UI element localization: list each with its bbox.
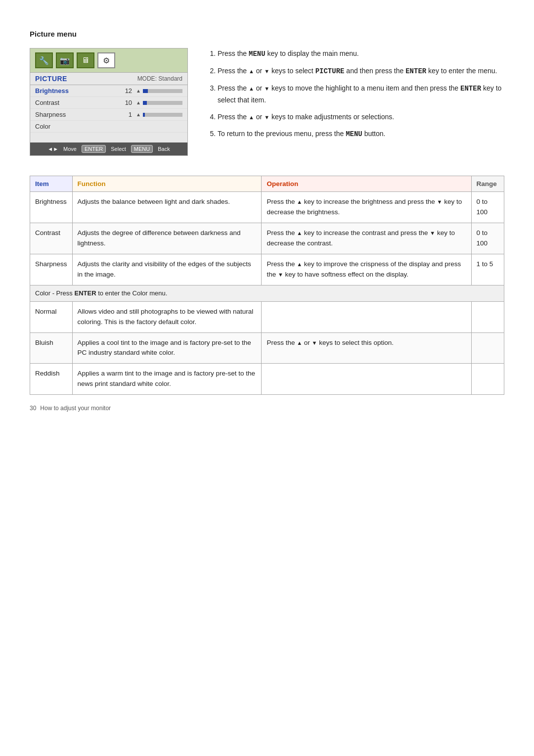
instruction-1: Press the MENU key to display the main m…	[218, 48, 504, 60]
menu-item-sharpness-name: Sharpness	[35, 111, 66, 118]
cell-bluish-item: Bluish	[30, 332, 73, 364]
cell-sharpness-item: Sharpness	[30, 254, 73, 285]
menu-item-brightness-name: Brightness	[35, 87, 69, 94]
cell-normal-range	[471, 301, 504, 332]
cell-sharpness-operation: Press the key to improve the crispness o…	[262, 254, 471, 285]
arrow-up-3	[249, 84, 254, 92]
cell-bluish-operation: Press the or keys to select this option.	[262, 332, 471, 364]
menu-item-contrast-name: Contrast	[35, 99, 59, 106]
settings-table: Item Function Operation Range Brightness…	[30, 176, 504, 395]
col-header-range: Range	[471, 176, 504, 192]
menu-screenshot: 🔧 📷 🖥 ⚙ PICTURE MODE: Standard Brightnes…	[30, 48, 188, 156]
menu-item-color-name: Color	[35, 123, 50, 130]
cell-contrast-function: Adjusts the degree of difference between…	[72, 223, 262, 254]
arrow-down-br	[437, 198, 443, 205]
table-row-sharpness: Sharpness Adjusts the clarity and visibi…	[30, 254, 504, 285]
instruction-2: Press the or keys to select PICTURE and …	[218, 65, 504, 78]
arrow-up-sh	[297, 260, 302, 268]
menu-header-mode: MODE: Standard	[137, 75, 182, 82]
menu-bar-arrow-contrast: ▲	[136, 100, 141, 105]
cell-brightness-range: 0 to 100	[471, 192, 504, 223]
menu-footer-menu-btn: MENU	[131, 145, 153, 153]
menu-item-sharpness-val: 1	[129, 111, 132, 118]
cell-bluish-function: Applies a cool tint to the image and is …	[72, 332, 262, 364]
menu-header-title: PICTURE	[35, 75, 67, 83]
table-header-row: Item Function Operation Range	[30, 176, 504, 192]
menu-footer-select-label: Select	[111, 146, 126, 152]
key-enter-2: ENTER	[405, 67, 426, 75]
cell-contrast-operation: Press the key to increase the contrast a…	[262, 223, 471, 254]
menu-row-contrast: Contrast 10 ▲	[30, 97, 187, 109]
arrow-down-bl	[312, 339, 317, 346]
col-header-item: Item	[30, 176, 73, 192]
cell-normal-item: Normal	[30, 301, 73, 332]
menu-row-color: Color	[30, 121, 187, 133]
cell-normal-operation	[262, 301, 471, 332]
instruction-5: To return to the previous menu, press th…	[218, 128, 504, 141]
menu-footer: ◄► Move ENTER Select MENU Back	[30, 142, 187, 155]
cell-contrast-range: 0 to 100	[471, 223, 504, 254]
cell-contrast-item: Contrast	[30, 223, 73, 254]
cell-bluish-range	[471, 332, 504, 364]
table-row-normal: Normal Allows video and still photograph…	[30, 301, 504, 332]
menu-icon-settings: 🔧	[35, 52, 53, 68]
arrow-down-sh	[278, 271, 283, 278]
menu-footer-back-label: Back	[158, 146, 170, 152]
arrow-up-2	[249, 67, 254, 75]
key-enter-3: ENTER	[460, 85, 481, 93]
cell-sharpness-function: Adjusts the clarity and visibility of th…	[72, 254, 262, 285]
table-row-brightness: Brightness Adjusts the balance between l…	[30, 192, 504, 223]
menu-header: PICTURE MODE: Standard	[30, 73, 187, 85]
footer-text: How to adjust your monitor	[40, 405, 111, 412]
menu-icon-color: ⚙	[97, 52, 115, 68]
page-title: Picture menu	[30, 30, 504, 38]
menu-icon-display: 🖥	[77, 52, 94, 68]
menu-item-contrast-val: 10	[125, 99, 132, 106]
cell-reddish-operation	[262, 364, 471, 395]
cell-reddish-range	[471, 364, 504, 395]
menu-icons-bar: 🔧 📷 🖥 ⚙	[30, 48, 187, 73]
cell-reddish-function: Applies a warm tint to the image and is …	[72, 364, 262, 395]
key-menu-1: MENU	[249, 50, 266, 58]
menu-row-sharpness: Sharpness 1 ▲	[30, 109, 187, 121]
menu-bar-contrast	[143, 101, 182, 105]
arrow-down-3	[264, 84, 269, 92]
col-header-function: Function	[72, 176, 262, 192]
cell-reddish-item: Reddish	[30, 364, 73, 395]
table-row-color-header: Color - Press ENTER to enter the Color m…	[30, 285, 504, 301]
table-row-reddish: Reddish Applies a warm tint to the image…	[30, 364, 504, 395]
cell-brightness-item: Brightness	[30, 192, 73, 223]
instruction-4: Press the or keys to make adjustments or…	[218, 111, 504, 123]
arrow-up-4	[249, 113, 254, 121]
cell-normal-function: Allows video and still photographs to be…	[72, 301, 262, 332]
instructions-panel: Press the MENU key to display the main m…	[208, 48, 504, 156]
cell-brightness-function: Adjusts the balance between light and da…	[72, 192, 262, 223]
arrow-up-bl	[297, 339, 302, 346]
menu-footer-move-label: Move	[63, 146, 77, 152]
arrow-down-4	[264, 113, 269, 121]
menu-item-contrast-bar: 10 ▲	[125, 99, 182, 106]
menu-bar-brightness	[143, 89, 182, 93]
menu-footer-arrows: ◄►	[47, 146, 58, 152]
instruction-3: Press the or keys to move the highlight …	[218, 83, 504, 107]
menu-row-brightness: Brightness 12 ▲	[30, 85, 187, 97]
key-picture: PICTURE	[315, 67, 345, 75]
menu-bar-arrow-sharpness: ▲	[136, 112, 141, 117]
arrow-up-co	[297, 229, 302, 236]
arrow-down-co	[430, 229, 435, 236]
arrow-up-br	[297, 198, 302, 205]
footer-page-number: 30	[30, 405, 36, 412]
top-section: 🔧 📷 🖥 ⚙ PICTURE MODE: Standard Brightnes…	[30, 48, 504, 156]
menu-item-brightness-bar: 12 ▲	[125, 87, 182, 94]
footer-note: 30 How to adjust your monitor	[30, 405, 504, 412]
table-row-contrast: Contrast Adjusts the degree of differenc…	[30, 223, 504, 254]
menu-bar-arrow-up: ▲	[136, 88, 141, 94]
instructions-list: Press the MENU key to display the main m…	[208, 48, 504, 141]
cell-sharpness-range: 1 to 5	[471, 254, 504, 285]
menu-spacer	[30, 133, 187, 142]
key-menu-5: MENU	[346, 130, 362, 138]
menu-item-sharpness-bar: 1 ▲	[129, 111, 182, 118]
table-row-bluish: Bluish Applies a cool tint to the image …	[30, 332, 504, 364]
col-header-operation: Operation	[262, 176, 471, 192]
menu-icon-picture: 📷	[56, 52, 74, 68]
